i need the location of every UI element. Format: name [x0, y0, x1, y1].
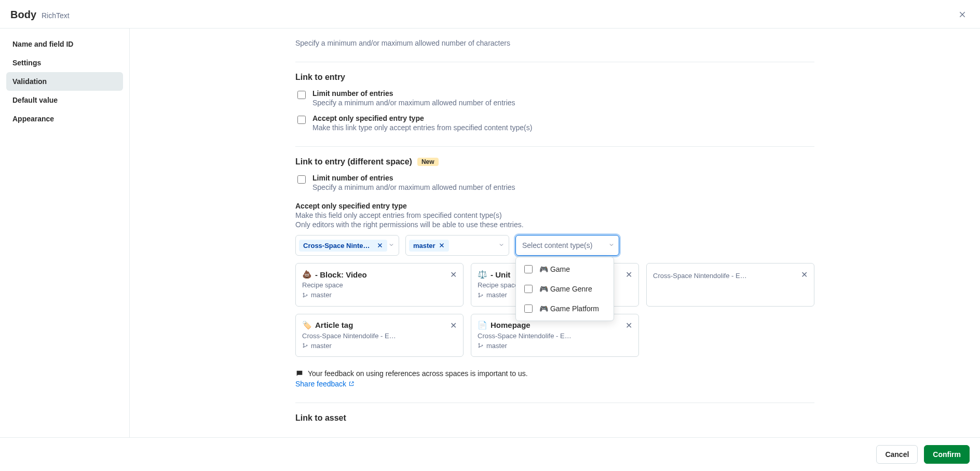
- card-subtitle: Cross-Space Nintendolife - E…: [302, 332, 457, 340]
- dropdown-item-game[interactable]: 🎮 Game: [516, 259, 614, 279]
- sidebar-item-appearance[interactable]: Appearance: [6, 109, 123, 128]
- svg-point-7: [303, 296, 304, 297]
- section-link-to-asset: Link to asset: [295, 403, 814, 423]
- card-env: master: [302, 291, 332, 299]
- sidebar-item-validation[interactable]: Validation: [6, 72, 123, 91]
- content-type-card: ✕ Cross-Space Nintendolife - E…: [646, 263, 814, 307]
- close-icon: [958, 10, 967, 19]
- checkbox-accept-type[interactable]: [297, 116, 306, 124]
- card-env: master: [478, 291, 507, 299]
- dropdown-label: 🎮 Game Genre: [539, 285, 592, 293]
- dropdown-checkbox-game[interactable]: [524, 265, 533, 273]
- svg-point-13: [303, 347, 304, 348]
- content-type-selector[interactable]: Select content type(s): [515, 235, 619, 256]
- card-title: 📄 Homepage: [478, 321, 632, 330]
- svg-point-10: [479, 296, 480, 297]
- checkbox-description: Specify a minimum and/or maximum allowed…: [312, 99, 515, 107]
- checkbox-description: Make this link type only accept entries …: [312, 123, 532, 132]
- cancel-button-label: Cancel: [885, 450, 909, 459]
- card-remove-button[interactable]: ✕: [799, 269, 810, 281]
- section-link-to-entry-different-space: Link to entry (different space) New Limi…: [295, 146, 814, 388]
- checkbox-limit-entries-diff[interactable]: [297, 175, 306, 184]
- card-emoji: 📄: [478, 321, 487, 330]
- feedback-block: Your feedback on using references across…: [295, 369, 814, 388]
- sidebar-item-name-and-field-id[interactable]: Name and field ID: [6, 35, 123, 53]
- svg-point-6: [303, 293, 304, 294]
- close-icon: [439, 242, 445, 248]
- space-pill: Cross-Space Nintendolife - E…: [299, 240, 387, 252]
- card-remove-button[interactable]: ✕: [448, 269, 459, 281]
- env-pill: master: [409, 240, 449, 252]
- checkbox-labels: Limit number of entries Specify a minimu…: [312, 174, 515, 191]
- card-env: master: [302, 342, 332, 350]
- checkbox-labels: Limit number of entries Specify a minimu…: [312, 89, 515, 107]
- content-type-selector-anchor: Select content type(s) 🎮 Game: [515, 235, 619, 256]
- env-pill-text: master: [413, 242, 435, 250]
- svg-point-11: [482, 295, 483, 296]
- branch-icon: [302, 342, 308, 349]
- sidebar-item-label: Settings: [12, 59, 41, 67]
- dropdown-item-game-platform[interactable]: 🎮 Game Platform: [516, 299, 614, 318]
- checkbox-description: Specify a minimum and/or maximum allowed…: [312, 183, 515, 191]
- section-title-link-to-entry: Link to entry: [295, 73, 814, 82]
- sidebar-item-label: Validation: [12, 77, 47, 86]
- dialog-body: Name and field ID Settings Validation De…: [0, 29, 980, 437]
- content-type-card: ✕ 🏷️ Article tag Cross-Space Nintendolif…: [295, 314, 464, 357]
- cancel-button[interactable]: Cancel: [876, 445, 918, 464]
- chevron-down-icon: [608, 241, 615, 250]
- selectors-row: Cross-Space Nintendolife - E…: [295, 235, 814, 256]
- confirm-button-label: Confirm: [933, 450, 961, 459]
- card-remove-button[interactable]: ✕: [623, 269, 634, 281]
- chevron-down-icon: [498, 241, 505, 250]
- section-title-link-to-entry-different: Link to entry (different space) New: [295, 157, 814, 167]
- env-pill-remove[interactable]: [439, 242, 445, 248]
- card-env-text: master: [486, 291, 507, 299]
- checkbox-label: Limit number of entries: [312, 89, 515, 98]
- main-panel[interactable]: Specify a minimum and/or maximum allowed…: [130, 29, 980, 437]
- card-remove-button[interactable]: ✕: [623, 320, 634, 332]
- content-type-dropdown: 🎮 Game 🎮 Game Genre 🎮 Game Platform: [515, 257, 614, 321]
- environment-selector[interactable]: master: [405, 235, 509, 256]
- dialog-title: Body RichText: [10, 9, 70, 21]
- dropdown-checkbox-game-platform[interactable]: [524, 304, 533, 313]
- checkbox-limit-entries[interactable]: [297, 91, 306, 99]
- checkbox-labels: Accept only specified entry type Make th…: [312, 114, 532, 132]
- sidebar-item-label: Name and field ID: [12, 40, 73, 48]
- svg-point-16: [479, 347, 480, 348]
- accept-type-desc1: Make this field only accept entries from…: [295, 211, 814, 219]
- card-subtitle: Recipe space: [302, 281, 457, 289]
- dialog-footer: Cancel Confirm: [0, 437, 980, 471]
- checkbox-row-accept-type: Accept only specified entry type Make th…: [295, 114, 814, 132]
- card-env-text: master: [311, 342, 332, 350]
- svg-point-14: [306, 345, 307, 346]
- feedback-text-row: Your feedback on using references across…: [295, 369, 814, 378]
- svg-point-12: [303, 343, 304, 344]
- close-button[interactable]: [955, 7, 970, 22]
- confirm-button[interactable]: Confirm: [924, 445, 970, 464]
- badge-new: New: [417, 158, 439, 166]
- space-selector[interactable]: Cross-Space Nintendolife - E…: [295, 235, 399, 256]
- branch-icon: [478, 342, 484, 349]
- field-name-title: Body: [10, 9, 36, 21]
- checkbox-row-limit-entries-diff: Limit number of entries Specify a minimu…: [295, 174, 814, 191]
- svg-point-8: [306, 295, 307, 296]
- section-title-text: Link to entry (different space): [295, 157, 412, 167]
- accept-type-desc2: Only editors with the right permissions …: [295, 220, 814, 229]
- sidebar-item-settings[interactable]: Settings: [6, 53, 123, 72]
- share-feedback-link[interactable]: Share feedback: [295, 380, 814, 388]
- sidebar-item-default-value[interactable]: Default value: [6, 91, 123, 109]
- card-subtitle: Cross-Space Nintendolife - E…: [478, 332, 632, 340]
- card-title-text: - Block: Video: [315, 270, 367, 279]
- card-remove-button[interactable]: ✕: [448, 320, 459, 332]
- field-type-subtitle: RichText: [42, 11, 70, 20]
- space-pill-remove[interactable]: [377, 242, 383, 248]
- section-title-link-to-asset: Link to asset: [295, 413, 814, 423]
- card-title: 🏷️ Article tag: [302, 321, 457, 330]
- feedback-text: Your feedback on using references across…: [308, 369, 528, 378]
- branch-icon: [478, 292, 484, 298]
- dropdown-item-game-genre[interactable]: 🎮 Game Genre: [516, 279, 614, 299]
- dropdown-label: 🎮 Game: [539, 265, 570, 273]
- space-pill-text: Cross-Space Nintendolife - E…: [303, 242, 374, 250]
- sidebar-item-label: Appearance: [12, 115, 54, 123]
- dropdown-checkbox-game-genre[interactable]: [524, 285, 533, 293]
